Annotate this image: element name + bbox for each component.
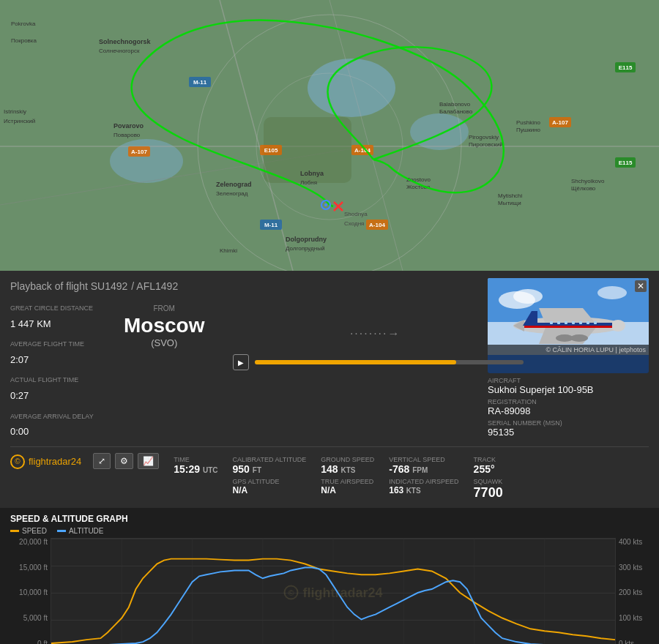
actual-flight-label: ACTUAL FLIGHT TIME: [10, 376, 78, 383]
svg-text:Shodnya: Shodnya: [344, 211, 368, 217]
flightradar-icon: ©: [10, 454, 25, 469]
close-button[interactable]: ✕: [635, 280, 647, 292]
great-circle-label: GREAT CIRCLE DISTANCE: [10, 304, 93, 312]
svg-text:Поварово: Поварово: [113, 132, 141, 138]
svg-point-78: [570, 334, 588, 342]
svg-text:Balabonovo: Balabonovo: [439, 101, 471, 108]
from-label: FROM: [124, 304, 204, 312]
flightradar-logo: © flightradar24: [10, 454, 81, 469]
y-left-0: 20,000 ft: [10, 538, 48, 546]
svg-point-70: [611, 320, 625, 332]
serial-value: 95135: [488, 427, 649, 438]
svg-text:Пироговский: Пироговский: [469, 141, 503, 148]
y-left-4: 0 ft: [10, 640, 48, 644]
svg-text:Солнечногорск: Солнечногорск: [99, 48, 140, 54]
chart-legend: SPEED ALTITUDE: [10, 527, 649, 535]
svg-rect-84: [587, 321, 589, 324]
aircraft-details: AIRCRAFT Sukhoi Superjet 100-95B REGISTR…: [488, 377, 649, 441]
avg-flight-value: 2:07: [10, 351, 124, 368]
svg-text:Pirogovskiy: Pirogovskiy: [469, 134, 499, 141]
svg-rect-81: [565, 321, 567, 324]
avg-delay-label: AVERAGE ARRIVAL DELAY: [10, 413, 94, 420]
chart-section: SPEED & ALTITUDE GRAPH SPEED ALTITUDE 20…: [0, 508, 659, 644]
from-city: Moscow: [124, 314, 204, 337]
svg-rect-83: [579, 321, 582, 324]
y-right-0: 400 kts: [619, 538, 649, 546]
svg-text:Истринский: Истринский: [4, 118, 35, 124]
chart-area: © flightradar24: [51, 538, 616, 644]
y-axis-left: 20,000 ft 15,000 ft 10,000 ft 5,000 ft 0…: [10, 538, 51, 644]
svg-text:Dolgoprudny: Dolgoprudny: [286, 236, 327, 243]
svg-rect-79: [550, 321, 553, 324]
bottom-stats: TIME 15:29 UTC CALIBRATED ALTITUDE 950 F…: [174, 452, 649, 505]
map-section: Pokrovka Покровка Solnechnogorsk Солнечн…: [0, 0, 659, 271]
svg-text:Khimki: Khimki: [220, 247, 237, 254]
svg-text:Shchyolkovo: Shchyolkovo: [571, 178, 605, 184]
expand-button[interactable]: ⤢: [93, 453, 111, 469]
great-circle-value: 1 447 KM: [10, 315, 124, 332]
y-left-1: 15,000 ft: [10, 564, 48, 572]
aircraft-type-value: Sukhoi Superjet 100-95B: [488, 384, 649, 395]
flightradar-text: flightradar24: [29, 456, 81, 467]
svg-text:E115: E115: [619, 160, 633, 166]
photo-credit: © CĂLIN HORIA LUPU | jetphotos: [488, 345, 649, 355]
chart-button[interactable]: 📈: [138, 453, 159, 469]
svg-point-3: [110, 139, 183, 183]
y-left-2: 10,000 ft: [10, 588, 48, 596]
avg-delay-value: 0:00: [10, 423, 124, 440]
serial-label: SERIAL NUMBER (MSN): [488, 419, 649, 427]
svg-text:Балабаново: Балабаново: [439, 108, 473, 115]
svg-text:Долгопрудный: Долгопрудный: [286, 245, 324, 252]
svg-rect-85: [594, 321, 597, 324]
svg-text:A-107: A-107: [552, 119, 568, 126]
settings-button[interactable]: ⚙: [115, 453, 133, 469]
cal-alt-stat: CALIBRATED ALTITUDE 950 FT GPS ALTITUDE …: [233, 456, 321, 501]
actual-flight-value: 0:27: [10, 387, 124, 404]
svg-rect-82: [572, 321, 575, 324]
svg-text:Mytishchi: Mytishchi: [498, 192, 523, 199]
svg-rect-75: [524, 323, 612, 326]
aircraft-photo: © CĂLIN HORIA LUPU | jetphotos ✕: [488, 278, 649, 373]
track-stat: TRACK 255° SQUAWK 7700: [474, 456, 532, 501]
registration-label: REGISTRATION: [488, 398, 649, 405]
meta-left: GREAT CIRCLE DISTANCE 1 447 KM AVERAGE F…: [10, 301, 124, 441]
svg-text:A-107: A-107: [131, 149, 147, 155]
svg-text:Сходня: Сходня: [344, 220, 364, 227]
altitude-line-indicator: [57, 530, 66, 532]
svg-text:Povarovo: Povarovo: [113, 122, 144, 130]
y-right-4: 0 kts: [619, 640, 649, 644]
ground-speed-stat: GROUND SPEED 148 KTS TRUE AIRSPEED N/A: [321, 456, 389, 501]
y-right-3: 100 kts: [619, 614, 649, 622]
svg-text:Покровка: Покровка: [11, 37, 37, 44]
registration-value: RA-89098: [488, 405, 649, 416]
svg-text:M-11: M-11: [193, 79, 207, 86]
svg-text:Solnechnogorsk: Solnechnogorsk: [99, 38, 152, 45]
info-panel: © CĂLIN HORIA LUPU | jetphotos ✕ AIRCRAF…: [0, 271, 659, 508]
y-left-3: 5,000 ft: [10, 614, 48, 622]
svg-text:A-104: A-104: [369, 222, 385, 228]
y-right-2: 200 kts: [619, 588, 649, 596]
speed-line-indicator: [10, 530, 19, 532]
chart-container: 20,000 ft 15,000 ft 10,000 ft 5,000 ft 0…: [10, 538, 649, 644]
svg-text:M-11: M-11: [264, 222, 278, 228]
svg-point-67: [513, 289, 543, 304]
svg-text:Istrinskiy: Istrinskiy: [4, 108, 26, 115]
svg-text:Pokrovka: Pokrovka: [11, 20, 36, 27]
progress-bar[interactable]: [255, 360, 524, 364]
svg-text:Пушкино: Пушкино: [516, 127, 541, 133]
legend-speed: SPEED: [10, 527, 47, 535]
svg-point-60: [324, 203, 327, 206]
legend-altitude: ALTITUDE: [57, 527, 104, 535]
y-right-1: 300 kts: [619, 564, 649, 572]
vertical-speed-stat: VERTICAL SPEED -768 FPM INDICATED AIRSPE…: [389, 456, 473, 501]
aircraft-type-label: AIRCRAFT: [488, 377, 649, 384]
svg-rect-76: [524, 326, 612, 328]
svg-text:E115: E115: [619, 64, 633, 71]
svg-text:Zelenograd: Zelenograd: [216, 181, 252, 188]
svg-text:Pushkino: Pushkino: [516, 119, 540, 126]
play-button[interactable]: ▶: [233, 354, 249, 370]
avg-flight-label: AVERAGE FLIGHT TIME: [10, 340, 84, 348]
svg-point-2: [410, 113, 469, 150]
svg-point-68: [597, 286, 627, 299]
chart-title: SPEED & ALTITUDE GRAPH: [10, 514, 649, 524]
